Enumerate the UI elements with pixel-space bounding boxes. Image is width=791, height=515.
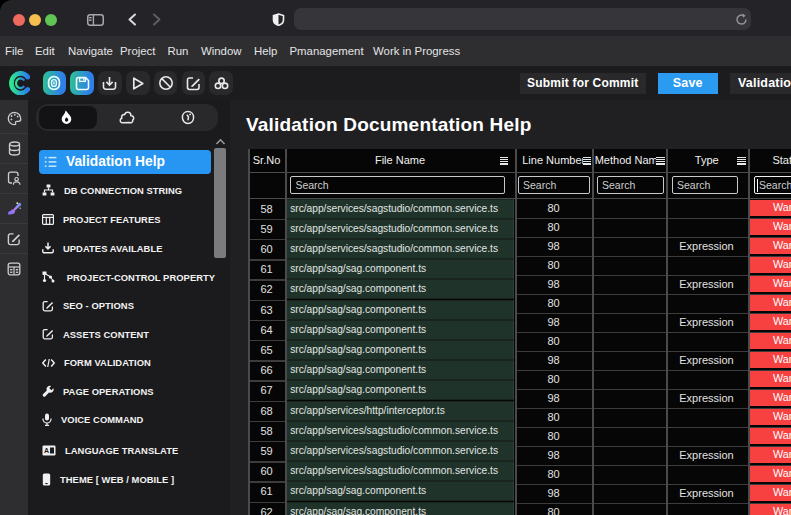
svg-text:A: A xyxy=(44,447,49,454)
